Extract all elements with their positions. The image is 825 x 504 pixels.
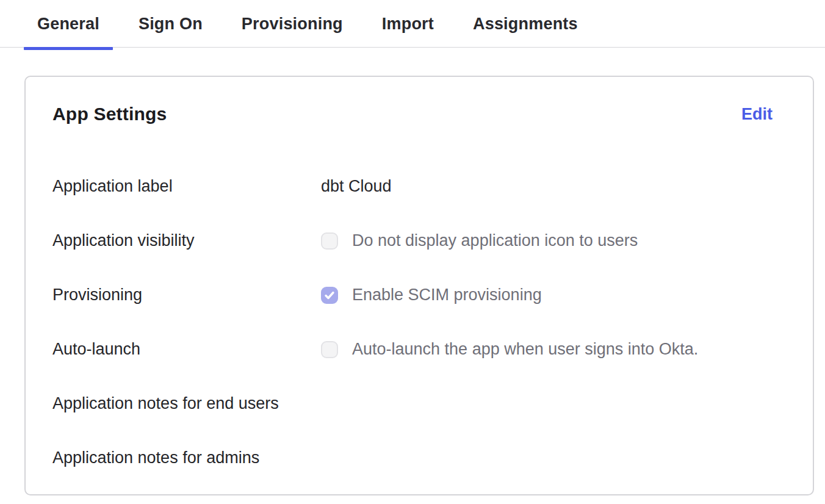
field-label: Application notes for admins xyxy=(52,448,321,467)
visibility-checkbox-label: Do not display application icon to users xyxy=(352,231,638,250)
tab-import[interactable]: Import xyxy=(369,0,447,48)
auto-launch-checkbox-label: Auto-launch the app when user signs into… xyxy=(352,340,698,359)
edit-button[interactable]: Edit xyxy=(741,105,773,124)
field-value: Auto-launch the app when user signs into… xyxy=(321,340,698,359)
row-application-visibility: Application visibility Do not display ap… xyxy=(52,231,773,250)
field-value: Enable SCIM provisioning xyxy=(321,286,542,304)
app-tab-bar: General Sign On Provisioning Import Assi… xyxy=(0,0,825,48)
field-value: dbt Cloud xyxy=(321,177,392,196)
settings-rows: Application label dbt Cloud Application … xyxy=(52,177,773,467)
application-label-value: dbt Cloud xyxy=(321,177,392,196)
check-icon xyxy=(323,289,336,301)
row-notes-end-users: Application notes for end users xyxy=(52,394,773,413)
tab-sign-on[interactable]: Sign On xyxy=(125,0,216,48)
row-application-label: Application label dbt Cloud xyxy=(52,177,773,196)
card-header: App Settings Edit xyxy=(52,104,773,124)
app-settings-card: App Settings Edit Application label dbt … xyxy=(24,76,814,495)
field-label: Provisioning xyxy=(52,286,321,304)
auto-launch-checkbox[interactable] xyxy=(321,341,338,358)
row-notes-admins: Application notes for admins xyxy=(52,448,773,467)
card-title: App Settings xyxy=(52,104,167,124)
row-provisioning: Provisioning Enable SCIM provisioning xyxy=(52,286,773,304)
field-label: Application notes for end users xyxy=(52,394,321,413)
field-label: Application label xyxy=(52,177,321,196)
field-label: Auto-launch xyxy=(52,340,321,359)
tab-assignments[interactable]: Assignments xyxy=(459,0,591,48)
row-auto-launch: Auto-launch Auto-launch the app when use… xyxy=(52,340,773,359)
tab-provisioning[interactable]: Provisioning xyxy=(228,0,356,48)
tab-general[interactable]: General xyxy=(24,0,113,48)
scim-provisioning-checkbox[interactable] xyxy=(321,287,338,304)
scim-provisioning-checkbox-label: Enable SCIM provisioning xyxy=(352,286,542,304)
field-label: Application visibility xyxy=(52,231,321,250)
field-value: Do not display application icon to users xyxy=(321,231,638,250)
visibility-checkbox[interactable] xyxy=(321,232,338,250)
